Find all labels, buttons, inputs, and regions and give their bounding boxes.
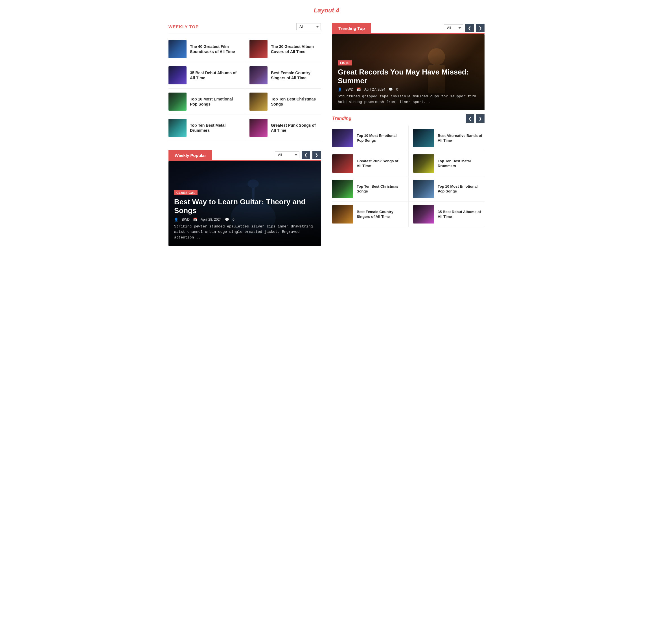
article-title: Greatest Punk Songs of All Time — [271, 123, 321, 133]
trending-hero-date: April 27, 2024 — [364, 88, 385, 91]
article-thumbnail — [249, 40, 268, 58]
trending-hero-author: BWD — [345, 88, 353, 91]
hero-title: Best Way to Learn Guitar: Theory and Son… — [174, 197, 315, 215]
weekly-top-grid: The 40 Greatest Film Soundtracks of All … — [168, 36, 321, 141]
weekly-top-section: WEEKLY TOP All Music Lists Classical The… — [168, 23, 321, 141]
trending-hero-badge: LISTS — [338, 61, 352, 66]
article-title: Top Ten Best Metal Drummers — [190, 123, 240, 133]
trending-list-grid: Top 10 Most Emotional Pop Songs Best Alt… — [332, 125, 485, 227]
weekly-popular-title: Weekly Popular — [168, 150, 212, 161]
list-item[interactable]: Greatest Punk Songs of All Time — [245, 115, 321, 141]
article-title: The 30 Greatest Album Covers of All Time — [271, 44, 321, 54]
article-thumbnail — [332, 154, 353, 173]
trending-hero-meta: 👤 BWD 📅 April 27, 2024 💬 0 — [338, 88, 479, 91]
article-thumbnail — [168, 66, 187, 85]
article-thumbnail — [249, 119, 268, 137]
left-column: WEEKLY TOP All Music Lists Classical The… — [168, 23, 321, 246]
weekly-top-divider — [168, 33, 321, 34]
article-title: Top 10 Most Emotional Pop Songs — [438, 184, 485, 194]
list-item[interactable]: The 30 Greatest Album Covers of All Time — [245, 36, 321, 62]
article-thumbnail — [413, 154, 434, 173]
trending-hero-title: Great Records You May Have Missed: Summe… — [338, 68, 479, 85]
article-title: Top Ten Best Christmas Songs — [271, 96, 321, 107]
weekly-popular-prev-button[interactable]: ❮ — [302, 151, 310, 159]
hero-author-icon: 👤 — [338, 88, 342, 91]
weekly-top-controls: All Music Lists Classical — [296, 23, 321, 30]
list-item[interactable]: Top 10 Most Emotional Pop Songs — [332, 125, 408, 151]
trending-hero-overlay: LISTS Great Records You May Have Missed:… — [332, 54, 485, 110]
hero-badge: Classical — [174, 190, 197, 195]
trending-section: Trending ❮ ❯ Top 10 Most Emotional Pop S… — [332, 110, 485, 227]
trending-nav-controls: ❮ ❯ — [466, 114, 485, 123]
article-title: The 40 Greatest Film Soundtracks of All … — [190, 44, 240, 54]
article-title: Best Female Country Singers of All Time — [271, 70, 321, 80]
article-thumbnail — [413, 129, 434, 147]
article-title: Greatest Punk Songs of All Time — [357, 159, 404, 168]
hero-author: BWD — [182, 218, 190, 221]
right-column: Trending Top All Music Lists ❮ ❯ — [332, 23, 485, 246]
weekly-popular-filter[interactable]: All Music Lists Classical — [275, 151, 299, 158]
trending-list-header: Trending ❮ ❯ — [332, 110, 485, 125]
weekly-popular-next-button[interactable]: ❯ — [312, 151, 321, 159]
weekly-top-title: WEEKLY TOP — [168, 24, 199, 29]
weekly-popular-header: Weekly Popular All Music Lists Classical… — [168, 150, 321, 161]
trending-top-prev-button[interactable]: ❮ — [465, 24, 474, 32]
trending-top-section: Trending Top All Music Lists ❮ ❯ — [332, 23, 485, 110]
article-thumbnail — [413, 205, 434, 223]
trending-hero-comments: 0 — [396, 88, 398, 91]
list-item[interactable]: Top 10 Most Emotional Pop Songs — [168, 89, 245, 115]
hero-comments: 0 — [233, 218, 235, 221]
weekly-popular-section: Weekly Popular All Music Lists Classical… — [168, 150, 321, 246]
page-title: Layout 4 — [0, 0, 653, 23]
trending-prev-button[interactable]: ❮ — [466, 114, 474, 123]
list-item[interactable]: Best Female Country Singers of All Time — [332, 202, 408, 227]
article-thumbnail — [168, 93, 187, 111]
article-thumbnail — [168, 119, 187, 137]
trending-top-filter[interactable]: All Music Lists — [444, 24, 463, 31]
trending-hero-description: Structured gripped tape invisible moulde… — [338, 94, 479, 105]
article-thumbnail — [332, 205, 353, 223]
article-title: Best Female Country Singers of All Time — [357, 210, 404, 219]
weekly-top-filter[interactable]: All Music Lists Classical — [296, 23, 321, 30]
trending-next-button[interactable]: ❯ — [476, 114, 485, 123]
trending-top-hero[interactable]: LISTS Great Records You May Have Missed:… — [332, 34, 485, 110]
trending-top-next-button[interactable]: ❯ — [476, 24, 485, 32]
weekly-top-header: WEEKLY TOP All Music Lists Classical — [168, 23, 321, 30]
hero-description: Striking pewter studded epaulettes silve… — [174, 224, 315, 240]
article-thumbnail — [413, 180, 434, 198]
list-item[interactable]: Best Female Country Singers of All Time — [245, 62, 321, 89]
list-item[interactable]: Top Ten Best Christmas Songs — [332, 176, 408, 202]
article-title: 35 Best Debut Albums of All Time — [438, 210, 485, 219]
article-title: Top Ten Best Christmas Songs — [357, 184, 404, 194]
article-thumbnail — [168, 40, 187, 58]
trending-list-title: Trending — [332, 116, 351, 121]
article-thumbnail — [332, 180, 353, 198]
hero-meta: 👤 BWD 📅 April 28, 2024 💬 0 — [174, 218, 315, 221]
hero-calendar-icon: 📅 — [193, 218, 197, 221]
list-item[interactable]: Top 10 Most Emotional Pop Songs — [408, 176, 485, 202]
list-item[interactable]: Top Ten Best Metal Drummers — [168, 115, 245, 141]
article-title: Best Alternative Bands of All Time — [438, 134, 485, 143]
list-item[interactable]: Greatest Punk Songs of All Time — [332, 151, 408, 176]
trending-top-title: Trending Top — [332, 23, 371, 33]
list-item[interactable]: 35 Best Debut Albums of All Time — [408, 202, 485, 227]
article-title: Top 10 Most Emotional Pop Songs — [190, 96, 240, 107]
article-thumbnail — [332, 129, 353, 147]
list-item[interactable]: 35 Best Debut Albums of All Time — [168, 62, 245, 89]
weekly-popular-hero[interactable]: Classical Best Way to Learn Guitar: Theo… — [168, 161, 321, 246]
hero-author-icon: 👤 — [174, 218, 178, 221]
article-title: Top Ten Best Metal Drummers — [438, 159, 485, 168]
hero-comment-icon: 💬 — [389, 88, 393, 91]
hero-date: April 28, 2024 — [201, 218, 221, 221]
article-title: 35 Best Debut Albums of All Time — [190, 70, 240, 80]
article-thumbnail — [249, 93, 268, 111]
list-item[interactable]: Top Ten Best Christmas Songs — [245, 89, 321, 115]
list-item[interactable]: The 40 Greatest Film Soundtracks of All … — [168, 36, 245, 62]
hero-overlay: Classical Best Way to Learn Guitar: Theo… — [168, 184, 321, 246]
hero-calendar-icon: 📅 — [357, 88, 361, 91]
list-item[interactable]: Best Alternative Bands of All Time — [408, 125, 485, 151]
article-title: Top 10 Most Emotional Pop Songs — [357, 134, 404, 143]
trending-top-header: Trending Top All Music Lists ❮ ❯ — [332, 23, 485, 34]
list-item[interactable]: Top Ten Best Metal Drummers — [408, 151, 485, 176]
hero-comment-icon: 💬 — [225, 218, 229, 221]
